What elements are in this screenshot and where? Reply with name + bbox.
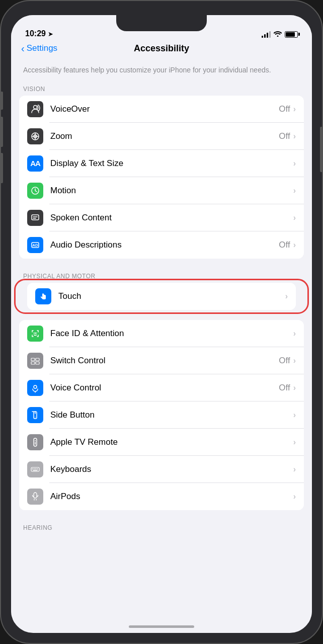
- status-time: 10:29: [25, 29, 46, 38]
- display-text-size-row[interactable]: AA Display & Text Size ›: [19, 150, 304, 177]
- voiceover-icon: [27, 101, 43, 117]
- voice-control-chevron: ›: [293, 383, 296, 392]
- apple-tv-remote-label: Apple TV Remote: [50, 437, 293, 447]
- apple-tv-remote-icon: [27, 434, 43, 450]
- section-header-vision: VISION: [11, 82, 312, 96]
- section-header-hearing: HEARING: [11, 520, 312, 534]
- audio-descriptions-icon: AD: [27, 237, 43, 253]
- motion-chevron: ›: [293, 186, 296, 195]
- audio-descriptions-value: Off: [279, 240, 290, 250]
- svg-rect-21: [31, 467, 39, 471]
- face-id-label: Face ID & Attention: [50, 329, 293, 339]
- svg-point-0: [34, 105, 37, 109]
- wifi-icon: [274, 30, 282, 38]
- spoken-content-icon: [27, 210, 43, 226]
- svg-point-10: [36, 333, 37, 334]
- voice-control-icon: [27, 380, 43, 396]
- volume-down-button[interactable]: [1, 153, 3, 183]
- power-button[interactable]: [320, 127, 322, 172]
- back-label: Settings: [27, 43, 57, 53]
- section-header-physical: PHYSICAL AND MOTOR: [11, 269, 312, 283]
- voiceover-chevron: ›: [293, 105, 296, 114]
- zoom-icon: [27, 128, 43, 144]
- motion-label: Motion: [50, 186, 293, 196]
- svg-rect-14: [36, 362, 39, 364]
- content-scroll[interactable]: Accessibility features help you customiz…: [11, 57, 312, 623]
- zoom-chevron: ›: [293, 132, 296, 141]
- spoken-content-chevron: ›: [293, 213, 296, 222]
- svg-point-15: [34, 385, 37, 388]
- zoom-value: Off: [279, 131, 290, 141]
- switch-control-row[interactable]: Switch Control Off ›: [19, 347, 304, 374]
- voice-control-label: Voice Control: [50, 383, 279, 393]
- switch-control-label: Switch Control: [50, 356, 279, 366]
- switch-control-icon: [27, 353, 43, 369]
- vision-settings-group: VoiceOver Off › Zoom Off: [19, 96, 304, 259]
- airpods-label: AirPods: [50, 492, 293, 502]
- phone-screen: 10:29 ➤: [11, 15, 312, 633]
- audio-descriptions-row[interactable]: AD Audio Descriptions Off ›: [19, 231, 304, 259]
- airpods-row[interactable]: AirPods ›: [19, 483, 304, 510]
- keyboards-label: Keyboards: [50, 464, 293, 474]
- svg-rect-6: [32, 215, 39, 220]
- side-button-icon: [27, 407, 43, 423]
- touch-label: Touch: [58, 291, 285, 301]
- battery-icon: [285, 31, 298, 38]
- phone-frame: 10:29 ➤: [0, 0, 323, 644]
- motion-icon: [27, 183, 43, 199]
- status-icons: [262, 30, 298, 38]
- voiceover-label: VoiceOver: [50, 104, 279, 114]
- side-button-label: Side Button: [50, 410, 293, 420]
- zoom-label: Zoom: [50, 131, 279, 141]
- voice-control-row[interactable]: Voice Control Off ›: [19, 374, 304, 401]
- airpods-icon: [27, 489, 43, 505]
- touch-row[interactable]: Touch ›: [27, 283, 296, 310]
- side-button-chevron: ›: [293, 411, 296, 420]
- zoom-row[interactable]: Zoom Off ›: [19, 123, 304, 150]
- touch-chevron: ›: [285, 292, 288, 301]
- display-text-size-label: Display & Text Size: [50, 158, 293, 169]
- svg-point-9: [34, 333, 35, 334]
- voiceover-row[interactable]: VoiceOver Off ›: [19, 96, 304, 123]
- side-button-row[interactable]: Side Button ›: [19, 401, 304, 429]
- apple-tv-remote-row[interactable]: Apple TV Remote ›: [19, 429, 304, 456]
- keyboards-row[interactable]: Keyboards ›: [19, 456, 304, 483]
- svg-rect-11: [31, 358, 35, 361]
- spoken-content-row[interactable]: Spoken Content ›: [19, 204, 304, 231]
- voice-control-value: Off: [279, 383, 290, 393]
- svg-rect-13: [31, 362, 35, 364]
- voiceover-value: Off: [279, 104, 290, 114]
- switch-control-chevron: ›: [293, 356, 296, 365]
- back-chevron-icon: ‹: [21, 43, 25, 53]
- touch-row-wrapper: Touch ›: [19, 283, 304, 310]
- motion-row[interactable]: Motion ›: [19, 177, 304, 204]
- back-button[interactable]: ‹ Settings: [21, 43, 57, 53]
- audio-descriptions-chevron: ›: [293, 240, 296, 250]
- touch-icon: [35, 288, 51, 304]
- svg-point-19: [35, 440, 36, 441]
- description-text: Accessibility features help you customiz…: [11, 57, 312, 82]
- display-text-size-icon: AA: [27, 155, 43, 172]
- location-icon: ➤: [48, 30, 53, 38]
- mute-button[interactable]: [1, 92, 3, 110]
- display-text-size-chevron: ›: [293, 159, 296, 168]
- touch-settings-group: Touch ›: [27, 283, 296, 310]
- keyboards-icon: [27, 461, 43, 477]
- volume-up-button[interactable]: [1, 117, 3, 147]
- physical-settings-group: Face ID & Attention › Switch Control: [19, 320, 304, 510]
- svg-text:AD: AD: [32, 243, 38, 248]
- switch-control-value: Off: [279, 356, 290, 366]
- notch: [116, 15, 207, 31]
- keyboards-chevron: ›: [293, 465, 296, 474]
- spoken-content-label: Spoken Content: [50, 213, 293, 223]
- apple-tv-remote-chevron: ›: [293, 438, 296, 447]
- face-id-chevron: ›: [293, 329, 296, 338]
- svg-rect-12: [36, 358, 39, 361]
- audio-descriptions-label: Audio Descriptions: [50, 240, 279, 250]
- signal-icon: [262, 31, 271, 38]
- home-indicator[interactable]: [129, 625, 194, 628]
- face-id-row[interactable]: Face ID & Attention ›: [19, 320, 304, 347]
- page-title: Accessibility: [134, 43, 189, 54]
- nav-bar: ‹ Settings Accessibility: [11, 41, 312, 57]
- airpods-chevron: ›: [293, 492, 296, 501]
